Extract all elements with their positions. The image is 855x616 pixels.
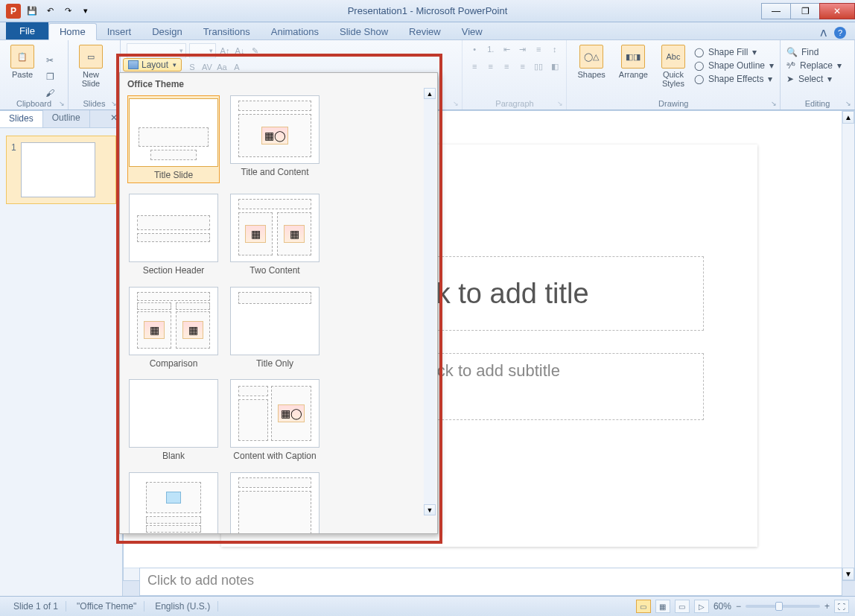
paste-label: Paste: [12, 70, 33, 79]
layout-label: Content with Caption: [233, 451, 316, 461]
file-tab[interactable]: File: [6, 22, 48, 39]
shape-fill-icon: ◯: [694, 47, 704, 57]
line-spacing-icon[interactable]: ≡: [533, 43, 544, 55]
layout-option-title-only[interactable]: Title Only: [229, 287, 321, 369]
minimize-button[interactable]: —: [761, 3, 791, 19]
gallery-grid: Title Slide ▦◯ Title and Content Section…: [123, 91, 434, 534]
bullets-icon[interactable]: •: [468, 43, 480, 55]
layout-option-content-with-caption[interactable]: ▦◯ Content with Caption: [229, 379, 321, 461]
redo-icon[interactable]: ↷: [61, 4, 74, 18]
change-case-icon[interactable]: Aa: [216, 61, 228, 73]
layout-option-picture-with-caption[interactable]: Picture with Caption: [127, 472, 220, 534]
slide-thumbnail-selected[interactable]: 1: [6, 136, 116, 204]
window-title: Presentation1 - Microsoft PowerPoint: [348, 5, 508, 16]
zoom-slider[interactable]: [746, 605, 820, 608]
notes-pane[interactable]: Click to add notes: [139, 568, 842, 596]
sorter-view-icon[interactable]: ▦: [655, 600, 670, 613]
decrease-indent-icon[interactable]: ⇤: [500, 43, 512, 55]
shape-fill-button[interactable]: ◯Shape Fill ▾: [694, 46, 774, 58]
status-language[interactable]: English (U.S.): [147, 601, 218, 612]
convert-smartart-icon[interactable]: ◧: [549, 60, 561, 72]
align-center-icon[interactable]: ≡: [485, 60, 497, 72]
save-icon[interactable]: 💾: [25, 4, 39, 18]
qat-dropdown-icon[interactable]: ▾: [79, 4, 92, 18]
layout-dropdown-button[interactable]: Layout: [123, 58, 182, 72]
quick-access-toolbar: P 💾 ↶ ↷ ▾: [0, 4, 92, 19]
layout-option-title-slide[interactable]: Title Slide: [127, 95, 220, 183]
reading-view-icon[interactable]: ▭: [675, 600, 690, 613]
layout-label: Blank: [162, 451, 185, 461]
increase-indent-icon[interactable]: ⇥: [517, 43, 529, 55]
clear-formatting-icon[interactable]: ✎: [249, 45, 261, 57]
quick-styles-label: Quick Styles: [662, 70, 684, 88]
arrange-icon: ◧◨: [621, 45, 645, 69]
minimize-ribbon-icon[interactable]: ʌ: [820, 25, 827, 39]
editing-group-label: Editing: [781, 99, 854, 108]
find-icon: 🔍: [786, 47, 797, 57]
layout-option-title-and-vertical-text[interactable]: Title and Vertical Text: [229, 472, 321, 534]
layout-option-blank[interactable]: Blank: [127, 379, 220, 461]
tab-animations[interactable]: Animations: [261, 24, 329, 39]
tab-insert[interactable]: Insert: [97, 24, 142, 39]
shrink-font-icon[interactable]: A↓: [234, 45, 246, 57]
outline-tab[interactable]: Outline: [43, 110, 90, 127]
undo-icon[interactable]: ↶: [43, 4, 57, 18]
format-painter-icon[interactable]: 🖌: [43, 86, 57, 100]
gallery-scrollbar[interactable]: ▲ ▼: [424, 88, 436, 515]
normal-view-icon[interactable]: ▭: [636, 600, 651, 613]
maximize-button[interactable]: ❐: [790, 3, 820, 19]
zoom-in-icon[interactable]: +: [824, 601, 830, 612]
zoom-out-icon[interactable]: −: [736, 601, 741, 612]
gallery-scroll-up-icon[interactable]: ▲: [424, 88, 436, 99]
gallery-scroll-down-icon[interactable]: ▼: [424, 504, 436, 515]
select-button[interactable]: ➤Select ▾: [786, 73, 848, 85]
layout-option-comparison[interactable]: ▦▦ Comparison: [127, 287, 220, 369]
vertical-scrollbar[interactable]: ▲ ▼: [842, 111, 854, 580]
tab-slide-show[interactable]: Slide Show: [329, 24, 398, 39]
close-button[interactable]: ✕: [819, 3, 855, 19]
layout-option-title-and-content[interactable]: ▦◯ Title and Content: [229, 95, 321, 183]
scroll-up-icon[interactable]: ▲: [842, 111, 854, 124]
copy-icon[interactable]: ❐: [43, 70, 57, 83]
arrange-label: Arrange: [619, 70, 648, 79]
align-right-icon[interactable]: ≡: [500, 60, 512, 72]
layout-option-section-header[interactable]: Section Header: [127, 194, 220, 276]
font-size-combo[interactable]: [189, 43, 216, 58]
numbering-icon[interactable]: 1.: [485, 43, 497, 55]
columns-icon[interactable]: ▯▯: [533, 60, 544, 72]
scroll-down-icon[interactable]: ▼: [842, 568, 854, 580]
tab-review[interactable]: Review: [398, 24, 451, 39]
thumbnails-area: 1: [0, 128, 122, 212]
layout-option-two-content[interactable]: ▦▦ Two Content: [229, 194, 321, 276]
tab-design[interactable]: Design: [142, 24, 192, 39]
layout-gallery: Office Theme Title Slide ▦◯ Title and Co…: [119, 72, 438, 534]
text-direction-icon[interactable]: ↕: [549, 43, 561, 55]
replace-button[interactable]: ᵃ⁄ᵇReplace ▾: [786, 60, 848, 72]
tab-view[interactable]: View: [451, 24, 493, 39]
shape-outline-icon: ◯: [694, 60, 704, 71]
tab-transitions[interactable]: Transitions: [193, 24, 261, 39]
find-button[interactable]: 🔍Find: [786, 46, 848, 58]
cut-icon[interactable]: ✂: [43, 54, 57, 67]
zoom-slider-thumb[interactable]: [775, 602, 783, 611]
status-slide: Slide 1 of 1: [6, 601, 66, 612]
font-family-combo[interactable]: [127, 43, 186, 58]
slideshow-view-icon[interactable]: ▷: [694, 600, 709, 613]
tab-home[interactable]: Home: [48, 23, 97, 40]
char-spacing-icon[interactable]: AV: [201, 61, 213, 73]
shape-effects-button[interactable]: ◯Shape Effects ▾: [694, 73, 774, 85]
fit-slide-icon[interactable]: ⛶: [834, 600, 849, 613]
align-left-icon[interactable]: ≡: [468, 60, 480, 72]
help-icon[interactable]: ?: [834, 27, 846, 39]
slides-group-label: Slides: [69, 99, 120, 108]
shadow-icon[interactable]: S: [186, 61, 198, 73]
grow-font-icon[interactable]: A↑: [219, 45, 231, 57]
layout-label: Two Content: [249, 265, 299, 276]
justify-icon[interactable]: ≡: [517, 60, 529, 72]
shape-effects-icon: ◯: [694, 74, 704, 84]
drawing-group-label: Drawing: [567, 99, 780, 108]
font-color-icon[interactable]: A: [231, 61, 243, 73]
slides-tab[interactable]: Slides: [0, 110, 43, 127]
shape-outline-button[interactable]: ◯Shape Outline ▾: [694, 60, 774, 72]
layout-button-label: Layout: [142, 60, 168, 70]
